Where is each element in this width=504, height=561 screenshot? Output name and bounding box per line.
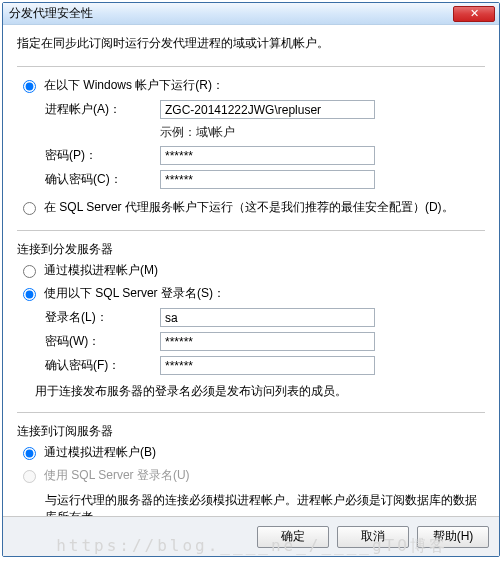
password-label: 密码(P)：: [45, 147, 160, 164]
password-row: 密码(P)：: [45, 146, 485, 165]
radio-sub-sqllogin: [23, 470, 36, 483]
dist-confirm-input[interactable]: [160, 356, 375, 375]
close-button[interactable]: ✕: [453, 6, 495, 22]
radio-sqlagent-label: 在 SQL Server 代理服务帐户下运行（这不是我们推荐的最佳安全配置）(D…: [44, 199, 454, 216]
help-button[interactable]: 帮助(H): [417, 526, 489, 548]
dialog-title: 分发代理安全性: [9, 5, 453, 22]
sub-note: 与运行代理的服务器的连接必须模拟进程帐户。进程帐户必须是订阅数据库的数据库所有者…: [45, 492, 485, 516]
radio-windows-label: 在以下 Windows 帐户下运行(R)：: [44, 77, 224, 94]
password-input[interactable]: [160, 146, 375, 165]
sub-impersonate-option[interactable]: 通过模拟进程帐户(B): [23, 444, 485, 461]
divider: [17, 66, 485, 67]
dist-password-label: 密码(W)：: [45, 333, 160, 350]
dist-password-input[interactable]: [160, 332, 375, 351]
radio-dist-impersonate-label: 通过模拟进程帐户(M): [44, 262, 158, 279]
radio-sub-impersonate-label: 通过模拟进程帐户(B): [44, 444, 156, 461]
titlebar: 分发代理安全性 ✕: [3, 3, 499, 25]
divider: [17, 412, 485, 413]
dist-confirm-row: 确认密码(F)：: [45, 356, 485, 375]
dist-login-row: 登录名(L)：: [45, 308, 485, 327]
radio-sqlagent[interactable]: [23, 202, 36, 215]
confirm-label: 确认密码(C)：: [45, 171, 160, 188]
dist-sqllogin-option[interactable]: 使用以下 SQL Server 登录名(S)：: [23, 285, 485, 302]
intro-text: 指定在同步此订阅时运行分发代理进程的域或计算机帐户。: [17, 35, 485, 52]
dist-note: 用于连接发布服务器的登录名必须是发布访问列表的成员。: [35, 383, 485, 400]
account-example: 示例：域\帐户: [160, 124, 485, 141]
confirm-password-row: 确认密码(C)：: [45, 170, 485, 189]
radio-sub-sqllogin-label: 使用 SQL Server 登录名(U): [44, 467, 190, 484]
confirm-input[interactable]: [160, 170, 375, 189]
process-account-input[interactable]: [160, 100, 375, 119]
button-bar: 确定 取消 帮助(H): [3, 516, 499, 556]
dialog: 分发代理安全性 ✕ 指定在同步此订阅时运行分发代理进程的域或计算机帐户。 在以下…: [2, 2, 500, 557]
radio-sub-impersonate[interactable]: [23, 447, 36, 460]
divider: [17, 230, 485, 231]
dist-confirm-label: 确认密码(F)：: [45, 357, 160, 374]
sub-section-title: 连接到订阅服务器: [17, 423, 485, 440]
run-under-windows-option[interactable]: 在以下 Windows 帐户下运行(R)：: [23, 77, 485, 94]
radio-windows-account[interactable]: [23, 80, 36, 93]
cancel-button[interactable]: 取消: [337, 526, 409, 548]
radio-dist-sqllogin[interactable]: [23, 288, 36, 301]
sub-sqllogin-option: 使用 SQL Server 登录名(U): [23, 467, 485, 484]
radio-dist-sqllogin-label: 使用以下 SQL Server 登录名(S)：: [44, 285, 225, 302]
dialog-body: 指定在同步此订阅时运行分发代理进程的域或计算机帐户。 在以下 Windows 帐…: [3, 25, 499, 516]
radio-dist-impersonate[interactable]: [23, 265, 36, 278]
dist-login-input[interactable]: [160, 308, 375, 327]
process-account-label: 进程帐户(A)：: [45, 101, 160, 118]
dist-section-title: 连接到分发服务器: [17, 241, 485, 258]
ok-button[interactable]: 确定: [257, 526, 329, 548]
dist-impersonate-option[interactable]: 通过模拟进程帐户(M): [23, 262, 485, 279]
dist-login-label: 登录名(L)：: [45, 309, 160, 326]
process-account-row: 进程帐户(A)：: [45, 100, 485, 119]
dist-password-row: 密码(W)：: [45, 332, 485, 351]
run-under-sqlagent-option[interactable]: 在 SQL Server 代理服务帐户下运行（这不是我们推荐的最佳安全配置）(D…: [23, 199, 485, 216]
